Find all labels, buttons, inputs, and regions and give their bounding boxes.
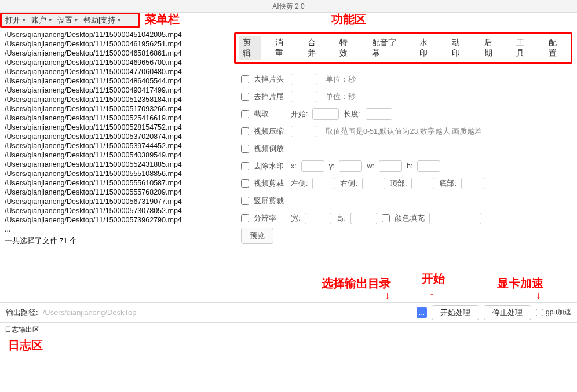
annotation-log: 日志区	[8, 338, 43, 353]
file-row[interactable]: /Users/qianjianeng/Desktop/11/1500005370…	[5, 132, 222, 141]
file-row[interactable]: /Users/qianjianeng/Desktop/11/1500005551…	[5, 169, 222, 178]
tab-消重[interactable]: 消重	[272, 36, 294, 60]
label-reso-h: 高:	[336, 214, 345, 224]
checkbox-fill[interactable]	[382, 214, 390, 222]
label-h: h:	[407, 162, 412, 170]
file-row[interactable]: /Users/qianjianeng/Desktop/11/1500004619…	[5, 39, 222, 49]
checkbox-reverse[interactable]	[241, 145, 249, 153]
checkbox-vertical[interactable]	[241, 197, 249, 205]
chevron-down-icon: ▼	[21, 17, 27, 23]
file-row[interactable]: /Users/qianjianeng/Desktop/11/1500005397…	[5, 141, 222, 151]
preview-button[interactable]: 预览	[241, 228, 273, 244]
annotation-menubar: 菜单栏	[145, 12, 180, 27]
opt-preview-row: 预览	[241, 227, 572, 244]
tab-剪辑[interactable]: 剪辑	[239, 36, 261, 60]
file-row[interactable]: /Users/qianjianeng/Desktop/11/1500005170…	[5, 104, 222, 113]
checkbox-resolution[interactable]	[241, 214, 249, 222]
label-resolution: 分辨率	[254, 213, 286, 224]
tab-合并[interactable]: 合并	[304, 36, 326, 60]
opt-compress: 视频压缩 取值范围是0-51,默认值为23,数字越大,画质越差	[241, 123, 572, 140]
label-cut-tail: 去掉片尾	[254, 91, 286, 102]
menu-help[interactable]: 帮助|支持 ▼	[81, 15, 124, 25]
input-y[interactable]	[339, 160, 362, 172]
checkbox-cut-head[interactable]	[241, 75, 249, 83]
checkbox-rmwm[interactable]	[241, 162, 249, 170]
output-path-value: /Users/qianjianeng/DeskTop	[43, 308, 356, 317]
input-extract-start[interactable]	[312, 108, 339, 120]
opt-resolution: 分辨率 宽: 高: 颜色填充	[241, 210, 572, 227]
options-panel: 去掉片头 单位：秒 去掉片尾 单位：秒 截取 开始: 长度: 视频压缩	[227, 64, 577, 249]
input-right[interactable]	[362, 178, 385, 189]
input-h[interactable]	[417, 160, 440, 172]
input-top[interactable]	[411, 178, 434, 189]
input-reso-h[interactable]	[350, 213, 377, 224]
tab-后期[interactable]: 后期	[481, 36, 503, 60]
file-row[interactable]: /Users/qianjianeng/Desktop/11/1500004770…	[5, 67, 222, 76]
tabs: 剪辑消重合并特效配音字幕水印动印后期工具配置	[234, 32, 572, 64]
opt-crop: 视频剪裁 左侧: 右侧: 顶部: 底部:	[241, 175, 572, 192]
checkbox-compress[interactable]	[241, 127, 249, 135]
label-extract-start: 开始:	[291, 109, 308, 119]
checkbox-extract[interactable]	[241, 110, 249, 118]
label-fill: 颜色填充	[395, 214, 425, 224]
menu-settings[interactable]: 设置 ▼	[55, 15, 81, 25]
checkbox-gpu[interactable]	[536, 309, 543, 316]
label-extract-length: 长度:	[344, 109, 360, 119]
label-y: y:	[329, 162, 335, 170]
input-bottom[interactable]	[461, 178, 484, 189]
tab-配置[interactable]: 配置	[545, 36, 567, 60]
file-row[interactable]: /Users/qianjianeng/Desktop/11/1500005524…	[5, 160, 222, 169]
input-reso-w[interactable]	[305, 213, 331, 224]
file-row[interactable]: /Users/qianjianeng/Desktop/11/1500005556…	[5, 178, 222, 188]
input-left[interactable]	[312, 178, 335, 189]
file-list[interactable]: /Users/qianjianeng/Desktop/11/1500004510…	[0, 28, 227, 302]
tab-配音字幕[interactable]: 配音字幕	[368, 36, 406, 60]
choose-output-dir-button[interactable]: …	[417, 307, 427, 318]
file-row[interactable]: /Users/qianjianeng/Desktop/11/1500004658…	[5, 49, 222, 58]
label-rmwm: 去除水印	[254, 161, 286, 171]
file-row[interactable]: /Users/qianjianeng/Desktop/11/1500004904…	[5, 86, 222, 95]
input-x[interactable]	[301, 160, 324, 172]
file-row[interactable]: /Users/qianjianeng/Desktop/11/1500005739…	[5, 215, 222, 225]
file-row[interactable]: /Users/qianjianeng/Desktop/11/1500005254…	[5, 113, 222, 123]
input-extract-length[interactable]	[366, 108, 392, 120]
input-fill-color[interactable]	[429, 213, 481, 224]
unit-cut-tail: 单位：秒	[326, 92, 356, 102]
input-compress[interactable]	[291, 126, 317, 137]
file-row[interactable]: /Users/qianjianeng/Desktop/11/1500005557…	[5, 188, 222, 197]
file-summary: 一共选择了文件 71 个	[5, 236, 222, 246]
label-w: w:	[367, 162, 374, 170]
menu-account-label: 账户	[31, 15, 46, 25]
menu-open[interactable]: 打开 ▼	[3, 15, 29, 25]
arrow-icon: ↓	[385, 290, 390, 302]
checkbox-crop[interactable]	[241, 179, 249, 188]
annotation-start: 开始	[422, 271, 445, 287]
file-row[interactable]: /Users/qianjianeng/Desktop/11/1500005123…	[5, 95, 222, 104]
unit-cut-head: 单位：秒	[326, 75, 356, 85]
file-row[interactable]: /Users/qianjianeng/Desktop/11/1500005673…	[5, 197, 222, 206]
label-extract: 截取	[254, 109, 286, 119]
file-row[interactable]: /Users/qianjianeng/Desktop/11/1500004510…	[5, 30, 222, 39]
tab-水印[interactable]: 水印	[416, 36, 438, 60]
file-row[interactable]: /Users/qianjianeng/Desktop/11/1500004864…	[5, 76, 222, 86]
checkbox-cut-tail[interactable]	[241, 93, 249, 101]
input-cut-head[interactable]	[291, 74, 317, 85]
label-bottom: 底部:	[439, 179, 456, 189]
label-reverse: 视频倒放	[254, 144, 286, 154]
file-row[interactable]: /Users/qianjianeng/Desktop/11/1500004696…	[5, 58, 222, 67]
file-row[interactable]: /Users/qianjianeng/Desktop/11/1500005730…	[5, 206, 222, 215]
file-row[interactable]: /Users/qianjianeng/Desktop/11/1500005403…	[5, 151, 222, 160]
annotation-output-dir: 选择输出目录	[322, 276, 391, 291]
tab-动印[interactable]: 动印	[448, 36, 470, 60]
file-row[interactable]: /Users/qianjianeng/Desktop/11/1500005281…	[5, 123, 222, 132]
stop-processing-button[interactable]: 停止处理	[484, 305, 531, 320]
input-w[interactable]	[379, 160, 402, 172]
tab-工具[interactable]: 工具	[513, 36, 535, 60]
chevron-down-icon: ▼	[116, 17, 122, 23]
tab-特效[interactable]: 特效	[336, 36, 358, 60]
annotation-function: 功能区	[331, 12, 366, 27]
gpu-accel-check[interactable]: gpu加速	[536, 307, 571, 317]
input-cut-tail[interactable]	[291, 91, 317, 102]
start-processing-button[interactable]: 开始处理	[432, 305, 479, 320]
menu-account[interactable]: 账户 ▼	[29, 15, 55, 25]
